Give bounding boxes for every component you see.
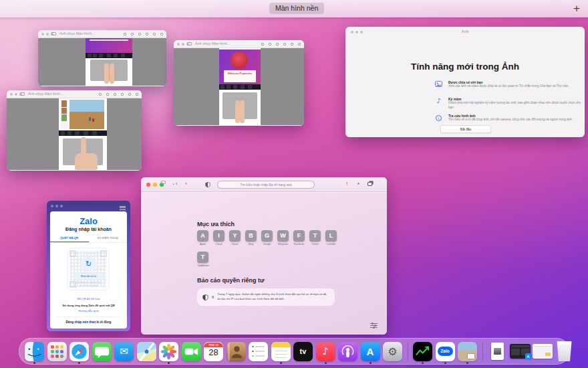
tab-scan-qr[interactable]: QUÉT MÃ QR [50, 236, 89, 242]
dock-facetime[interactable] [181, 339, 202, 364]
toolbar-icons[interactable] [124, 33, 163, 35]
tracker-count: 6 [212, 295, 214, 299]
reload-button[interactable]: Bấm để tải lại [74, 274, 104, 280]
sidebar-icon[interactable] [187, 42, 192, 45]
stocks-icon [413, 342, 432, 361]
launchpad-icon [47, 342, 67, 361]
favorites-row-2: TTripAdvisor [197, 252, 208, 267]
share-icon [121, 93, 124, 96]
preview-window-2[interactable]: Ảnh chụp Màn hình... Hibiscus Popsicles [174, 40, 304, 126]
add-space-button[interactable]: + [573, 1, 580, 16]
dock-music[interactable]: ♪ [315, 339, 336, 364]
privacy-text: Trong 7 ngày qua, Safari đã ngăn không c… [217, 292, 329, 301]
favorite-apple[interactable]: AApple [197, 230, 208, 246]
dock-photos[interactable] [158, 339, 179, 364]
preview3-titlebar: Ảnh chụp Màn hình... [7, 90, 142, 98]
preview3-content [7, 98, 142, 170]
zalo-login-card: Zalo Đăng nhập tài khoản QUÉT MÃ QR SỐ Đ… [50, 211, 127, 329]
preview1-content [38, 38, 166, 86]
qr-reload-overlay[interactable]: ↻ Bấm để tải lại [50, 257, 127, 280]
qr-expired-status[interactable]: Mã QR đã hết hạn [50, 297, 127, 300]
favorite-bing[interactable]: BBing [245, 230, 257, 246]
favorite-wikipedia[interactable]: WWikipedia [277, 230, 289, 246]
podcasts-icon [338, 342, 357, 361]
feature-desc: Tìm hiểu về vị trí đã chụp ảnh, chi tiết… [448, 118, 582, 122]
dock-reminders[interactable] [248, 339, 269, 364]
app-store-badge: A [525, 353, 532, 360]
dock-maps[interactable] [136, 339, 157, 364]
photos-icon [159, 342, 178, 361]
scan-guide-link[interactable]: Hướng dẫn quét [50, 309, 127, 312]
window-title: Ảnh chụp Màn hình... [28, 92, 63, 96]
toolbar-icons[interactable] [261, 43, 301, 45]
address-bar[interactable]: Tìm kiếm hoặc nhập địa chỉ trang web [217, 181, 315, 189]
favorite-tripadvisor[interactable]: TTripAdvisor [197, 252, 208, 267]
toolbar-icons[interactable] [99, 93, 138, 96]
dock-messages[interactable] [92, 339, 112, 364]
minimized-window-thumbnail [533, 344, 553, 359]
zalo-icon: Zalo [436, 342, 455, 361]
dock-launchpad[interactable] [47, 339, 67, 364]
running-indicator [78, 362, 80, 364]
dock-preview-app[interactable] [457, 339, 478, 364]
dock-appstore[interactable]: A [360, 339, 381, 364]
favorites-row-1: AApple IiCloud YYahoo BBing GGoogle WWik… [197, 230, 337, 246]
tab-overview-icon[interactable] [368, 182, 372, 186]
dock-tv[interactable]: tv [293, 339, 313, 364]
dock-minimized-window[interactable] [532, 339, 553, 364]
dock-notes[interactable] [271, 339, 291, 364]
dock-podcasts[interactable] [337, 339, 358, 364]
favorite-google[interactable]: GGoogle [261, 230, 273, 246]
feature-visual-lookup: i Tra cứu hình ảnh Tìm hiểu về vị trí đã… [434, 114, 585, 122]
refresh-icon[interactable]: ↻ [82, 257, 96, 272]
dock-stocks[interactable] [412, 339, 433, 364]
sidebar-icon[interactable] [20, 92, 25, 96]
forward-button[interactable]: › [185, 181, 187, 187]
dock-trash[interactable] [555, 339, 575, 364]
photos-window-title: Ảnh [345, 29, 585, 33]
zalo-window[interactable]: Zalo Đăng nhập tài khoản QUÉT MÃ QR SỐ Đ… [47, 201, 130, 331]
markup-icon [128, 93, 131, 96]
customize-start-page-icon[interactable] [370, 322, 378, 329]
dock-contacts[interactable] [226, 339, 247, 364]
preview-window-1[interactable]: Ảnh chụp Màn hình... [38, 30, 166, 86]
dock-divider [408, 342, 408, 361]
back-button[interactable]: ‹ [176, 181, 178, 187]
share-icon[interactable]: ↑ [345, 181, 348, 187]
safari-window[interactable]: ⌄ ‹ › Tìm kiếm hoặc nhập địa chỉ trang w… [141, 177, 387, 335]
dock-safari[interactable] [69, 339, 90, 364]
dock-dmg-file[interactable] [487, 339, 508, 364]
preview-window-3[interactable]: Ảnh chụp Màn hình... [7, 90, 142, 171]
mobile-login-link[interactable]: Đăng nhập trên thiết bị di động [50, 320, 127, 324]
get-started-button[interactable]: Bắt đầu [440, 125, 491, 133]
dock-system-preferences[interactable]: ⚙ [382, 339, 403, 364]
new-tab-button[interactable]: + [357, 181, 360, 187]
dock-calendar[interactable]: THG 12 28 [203, 339, 224, 364]
dock-mail[interactable]: ✉ [114, 339, 134, 364]
markup-icon [153, 33, 156, 35]
sidebar-icon[interactable] [51, 32, 56, 35]
photos-window[interactable]: Ảnh Tính năng mới trong Ảnh Được chia sẻ… [345, 27, 585, 137]
gear-icon: ⚙ [383, 342, 402, 361]
zalo-logo: Zalo [50, 216, 127, 226]
menu-icon[interactable] [120, 205, 126, 211]
favorite-facebook[interactable]: FFacebook [293, 230, 305, 246]
window-title: Ảnh chụp Màn hình... [59, 31, 94, 35]
traffic-lights[interactable] [51, 205, 63, 207]
privacy-report-card[interactable]: 6 Trong 7 ngày qua, Safari đã ngăn không… [197, 288, 335, 306]
dock-zalo[interactable]: Zalo [435, 339, 456, 364]
spaces-bar: Màn hình nền + [0, 0, 588, 17]
zalo-login-heading: Đăng nhập tài khoản [50, 227, 127, 232]
tab-phone-number[interactable]: SỐ ĐIỆN THOẠI [89, 236, 128, 242]
running-indicator [444, 362, 446, 364]
dock-minimized-appstore-window[interactable]: A [510, 339, 531, 364]
favorite-linkedin[interactable]: LLinkedIn [325, 230, 337, 246]
sidebar-toggle[interactable]: ⌄ [161, 181, 175, 185]
favorite-icloud[interactable]: IiCloud [213, 230, 225, 246]
dock-finder[interactable] [24, 339, 45, 364]
favorite-twitter[interactable]: TTwitter [309, 230, 321, 246]
zoom-out-icon [131, 33, 134, 35]
space-desktop-label[interactable]: Màn hình nền [269, 3, 324, 14]
favorite-yahoo[interactable]: YYahoo [229, 230, 241, 246]
privacy-shield-icon[interactable] [205, 181, 210, 188]
